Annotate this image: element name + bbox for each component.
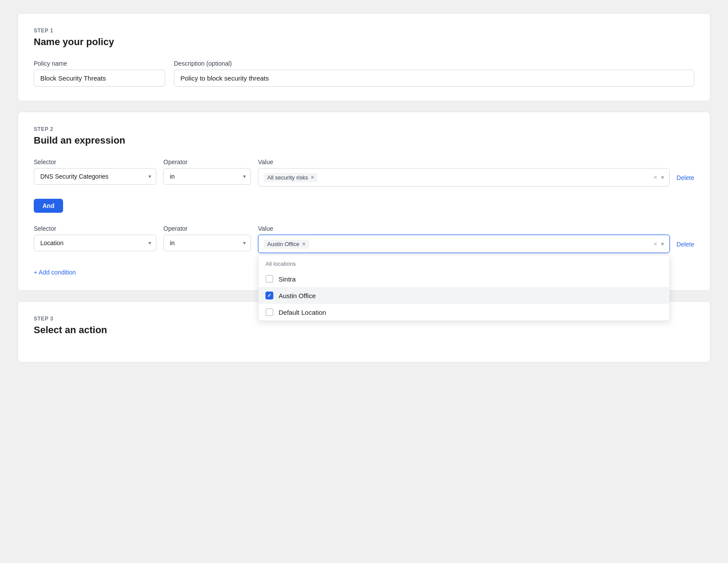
row1-selector-wrapper: DNS Security Categories ▾ xyxy=(34,168,156,185)
row2-selector-label: Selector xyxy=(34,225,156,232)
expression-row-1: Selector DNS Security Categories ▾ Opera… xyxy=(34,158,694,186)
row2-selector-select[interactable]: Location xyxy=(34,235,156,251)
row2-value-field[interactable]: Austin Office × × ▾ xyxy=(258,235,670,253)
row2-tag-remove-icon[interactable]: × xyxy=(302,241,305,247)
row1-tag: All security risks × xyxy=(264,173,318,182)
step2-title: Build an expression xyxy=(34,135,694,146)
austin-label: Austin Office xyxy=(279,292,316,299)
step1-label: STEP 1 xyxy=(34,28,694,34)
row2-selector-wrapper: Location ▾ xyxy=(34,235,156,251)
row1-value-group: Value All security risks × × ▾ xyxy=(258,158,670,186)
row2-tag-text: Austin Office xyxy=(267,241,299,247)
policy-name-label: Policy name xyxy=(34,60,165,67)
row1-operator-select[interactable]: in xyxy=(163,168,251,185)
row1-operator-wrapper: in ▾ xyxy=(163,168,251,185)
row1-selector-label: Selector xyxy=(34,158,156,165)
row1-selector-select[interactable]: DNS Security Categories xyxy=(34,168,156,185)
description-input[interactable] xyxy=(174,70,694,87)
row2-operator-label: Operator xyxy=(163,225,251,232)
add-condition-button[interactable]: + Add condition xyxy=(34,269,76,276)
dropdown-item-default[interactable]: Default Location xyxy=(258,304,669,320)
row1-dropdown-icon[interactable]: ▾ xyxy=(661,174,664,181)
row1-clear-icon[interactable]: × xyxy=(654,174,657,181)
dropdown-item-sintra[interactable]: Sintra xyxy=(258,271,669,287)
policy-name-group: Policy name xyxy=(34,60,165,87)
row2-operator-select[interactable]: in xyxy=(163,235,251,251)
row2-operator-group: Operator in ▾ xyxy=(163,225,251,251)
default-label: Default Location xyxy=(279,309,326,316)
step1-form-row: Policy name Description (optional) xyxy=(34,60,694,87)
row1-operator-group: Operator in ▾ xyxy=(163,158,251,185)
row2-dropdown-icon[interactable]: ▾ xyxy=(661,240,664,247)
row2-delete-button[interactable]: Delete xyxy=(677,241,694,248)
row1-value-field[interactable]: All security risks × × ▾ xyxy=(258,168,670,186)
and-button[interactable]: And xyxy=(34,199,63,213)
row1-operator-label: Operator xyxy=(163,158,251,165)
dropdown-section-label: All locations xyxy=(258,255,669,271)
row2-value-group: Value Austin Office × × ▾ All locations … xyxy=(258,225,670,253)
austin-checkbox[interactable] xyxy=(265,292,273,299)
row1-tag-text: All security risks xyxy=(267,174,308,181)
row2-clear-icon[interactable]: × xyxy=(654,240,657,247)
row1-tag-remove-icon[interactable]: × xyxy=(311,174,314,180)
step2-label: STEP 2 xyxy=(34,126,694,132)
row2-tag: Austin Office × xyxy=(264,239,309,249)
row2-value-label: Value xyxy=(258,225,670,232)
row1-value-actions: × ▾ xyxy=(654,174,664,181)
step2-card: STEP 2 Build an expression Selector DNS … xyxy=(18,112,710,291)
row2-selector-group: Selector Location ▾ xyxy=(34,225,156,251)
dropdown-item-austin[interactable]: Austin Office xyxy=(258,287,669,304)
step3-title: Select an action xyxy=(34,324,694,336)
locations-dropdown: All locations Sintra Austin Office Defau… xyxy=(258,255,670,321)
step1-card: STEP 1 Name your policy Policy name Desc… xyxy=(18,13,710,101)
description-label: Description (optional) xyxy=(174,60,694,67)
step1-title: Name your policy xyxy=(34,36,694,48)
row2-value-actions: × ▾ xyxy=(654,240,664,247)
row1-value-label: Value xyxy=(258,158,670,165)
row1-selector-group: Selector DNS Security Categories ▾ xyxy=(34,158,156,185)
policy-name-input[interactable] xyxy=(34,70,165,87)
default-checkbox[interactable] xyxy=(265,308,273,316)
row2-operator-wrapper: in ▾ xyxy=(163,235,251,251)
row1-delete-button[interactable]: Delete xyxy=(677,174,694,181)
expression-row-2: Selector Location ▾ Operator in ▾ Value … xyxy=(34,225,694,253)
description-group: Description (optional) xyxy=(174,60,694,87)
sintra-label: Sintra xyxy=(279,275,296,283)
sintra-checkbox[interactable] xyxy=(265,275,273,283)
